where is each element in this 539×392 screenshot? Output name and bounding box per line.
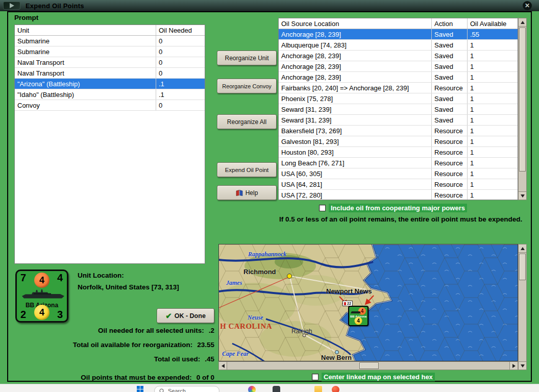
oil-location-cell: Seward [31, 239] xyxy=(279,115,432,125)
oil-location-cell: USA [60, 305] xyxy=(279,168,432,179)
unit-name-cell: Submarine xyxy=(15,46,156,57)
oil-source-row[interactable]: Anchorage [28, 239]Saved1 xyxy=(279,72,518,83)
map-hscrollbar-thumb[interactable] xyxy=(359,362,379,369)
summary-line: Oil points that must be expended:0 of 0 xyxy=(81,374,214,381)
reorganize-convoy-button[interactable]: Reorganize Convoy xyxy=(217,79,277,93)
reorganize-all-button[interactable]: Reorganize All xyxy=(217,114,277,129)
unit-table-header: Unit Oil Needed xyxy=(15,25,205,36)
scroll-down-button[interactable] xyxy=(518,191,527,200)
search-placeholder: Search xyxy=(168,388,186,392)
include-oil-checkbox[interactable]: Include oil from cooperating major power… xyxy=(319,204,467,212)
oil-source-row[interactable]: Fairbanks [20, 240] => Anchorage [28, 23… xyxy=(279,83,518,93)
unit-location-value: Norfolk, United States [73, 313] xyxy=(78,283,179,291)
map-vertical-scrollbar[interactable] xyxy=(518,244,527,370)
summary-label: Total oil available for reorganization: xyxy=(73,341,193,349)
oil-source-row[interactable]: Seward [31, 239]Saved1 xyxy=(279,115,518,126)
oil-action-cell: Saved xyxy=(432,61,468,71)
unit-name-cell: Submarine xyxy=(15,36,156,46)
summary-value: 23.55 xyxy=(197,341,214,349)
oil-available-cell: 1 xyxy=(468,158,518,168)
counter-yellow-badge: 4 xyxy=(34,305,50,320)
expend-oil-point-button[interactable]: Expend Oil Point xyxy=(217,162,277,177)
unit-name-cell: Naval Transport xyxy=(15,57,156,67)
window-icon[interactable] xyxy=(3,2,20,10)
unit-table-row[interactable]: Naval Transport0 xyxy=(15,57,205,68)
map-label-newport-news: Newport News xyxy=(326,287,372,295)
oil-table-scrollbar[interactable] xyxy=(518,18,527,200)
scroll-up-button[interactable] xyxy=(518,18,527,27)
oil-source-row[interactable]: Bakersfield [73, 269]Resource1 xyxy=(279,126,518,136)
oil-source-row[interactable]: Long Beach [76, 271]Resource1 xyxy=(279,158,518,168)
taskbar-browser-icon[interactable] xyxy=(332,386,339,392)
windows-start-icon[interactable] xyxy=(137,386,143,392)
checkbox-box[interactable] xyxy=(319,205,326,211)
map-unit-counter[interactable]: 4 BB Arizona 4 xyxy=(348,306,369,326)
unit-counter[interactable]: 7 4 4 BB Arizona 2 4 3 xyxy=(15,270,68,323)
help-label: Help xyxy=(246,189,258,197)
oil-source-row[interactable]: Seward [31, 239]Saved1 xyxy=(279,104,518,115)
summary-value: .45 xyxy=(205,355,214,363)
oil-source-row[interactable]: USA [60, 305]Resource1 xyxy=(279,168,518,179)
oil-source-row[interactable]: Houston [80, 293]Resource1 xyxy=(279,147,518,158)
oil-source-row[interactable]: Anchorage [28, 239]Saved1 xyxy=(279,61,518,72)
unit-table-row[interactable]: "Arizona" (Battleship).1 xyxy=(15,79,205,89)
unit-name-cell: "Arizona" (Battleship) xyxy=(15,79,156,89)
taskbar-app-icon[interactable] xyxy=(273,386,280,392)
oil-source-row[interactable]: USA [72, 280]Resource1 xyxy=(279,190,518,200)
oil-available-cell: 1 xyxy=(468,168,518,179)
taskbar-pinwheel-icon[interactable] xyxy=(248,386,256,392)
oil-summary: Oil needed for all selected units:.2Tota… xyxy=(14,327,214,385)
unit-table-row[interactable]: Submarine0 xyxy=(15,36,205,46)
counter-defense-value: 2 xyxy=(20,309,26,321)
screen: Expend Oil Points ✕ Prompt Unit Oil Need… xyxy=(0,0,539,392)
oil-source-row[interactable]: Phoenix [75, 278]Saved1 xyxy=(279,93,518,104)
oil-source-row[interactable]: Anchorage [28, 239]Saved1 xyxy=(279,51,518,61)
oil-source-row[interactable]: Albuquerque [74, 283]Saved1 xyxy=(279,40,518,51)
center-map-label: Center linked map on selected hex xyxy=(322,373,435,381)
unit-table-row[interactable]: Convoy0 xyxy=(15,100,205,111)
scrollbar-thumb[interactable] xyxy=(519,28,526,172)
check-icon: ✔ xyxy=(165,312,172,320)
center-map-checkbox[interactable]: Center linked map on selected hex xyxy=(312,373,435,381)
arrow-down-icon xyxy=(521,364,525,368)
counter-range-value: 3 xyxy=(57,309,63,321)
close-icon[interactable]: ✕ xyxy=(523,1,532,10)
taskbar-search-input[interactable]: Search xyxy=(154,386,219,392)
oil-action-cell: Resource xyxy=(432,190,468,200)
oil-available-cell: 1 xyxy=(468,83,518,93)
oil-source-row[interactable]: Anchorage [28, 239]Saved.55 xyxy=(279,29,518,40)
help-button[interactable]: Help xyxy=(217,185,277,200)
arrow-left-icon xyxy=(222,364,225,368)
ok-done-label: OK - Done xyxy=(175,312,206,320)
reorganize-unit-button[interactable]: Reorganize Unit xyxy=(217,51,277,65)
oil-available-cell: 1 xyxy=(468,179,518,189)
unit-table-row[interactable]: "Idaho" (Battleship).1 xyxy=(15,89,205,100)
counter-move-value: 7 xyxy=(20,272,26,284)
ok-done-button[interactable]: ✔ OK - Done xyxy=(157,308,214,323)
map-label-new-bern: New Bern xyxy=(321,354,352,361)
file-explorer-icon[interactable] xyxy=(314,386,322,392)
oil-available-cell: 1 xyxy=(468,190,518,200)
reorganize-unit-label: Reorganize Unit xyxy=(225,55,268,62)
map-scroll-down-button[interactable] xyxy=(518,361,527,370)
map-label-rappahannock: Rappahannock xyxy=(248,251,286,258)
oil-point-notice: If 0.5 or less of an oil point remains, … xyxy=(279,215,522,223)
unit-table-row[interactable]: Naval Transport0 xyxy=(15,68,205,79)
unit-table-row[interactable]: Submarine0 xyxy=(15,46,205,57)
oil-source-row[interactable]: Galveston [81, 293]Resource1 xyxy=(279,136,518,147)
oil-action-cell: Resource xyxy=(432,126,468,136)
map-viewport[interactable]: RappahannockRichmondJamesNewport NewsNeu… xyxy=(218,244,518,361)
oil-needed-cell: 0 xyxy=(156,57,205,67)
map-horizontal-scrollbar[interactable] xyxy=(218,361,518,370)
map-scroll-up-button[interactable] xyxy=(518,244,527,253)
map-vscrollbar-thumb[interactable] xyxy=(519,254,526,280)
oil-action-cell: Resource xyxy=(432,179,468,189)
map-scroll-left-button[interactable] xyxy=(218,361,227,370)
oil-available-cell: 1 xyxy=(468,40,518,50)
map-scroll-right-button[interactable] xyxy=(509,361,518,370)
checkbox-box[interactable] xyxy=(312,374,318,380)
oil-needed-header-cell: Oil Needed xyxy=(156,25,205,35)
oil-table-header: Oil Source Location Action Oil Available xyxy=(279,18,518,29)
summary-line: Total oil available for reorganization:2… xyxy=(73,341,214,349)
oil-source-row[interactable]: USA [64, 281]Resource1 xyxy=(279,179,518,190)
